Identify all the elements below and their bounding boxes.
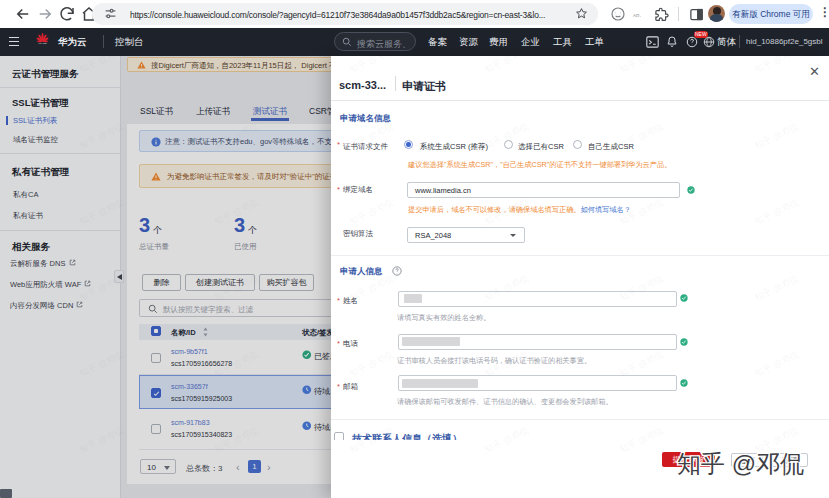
svg-text:HUAWEI: HUAWEI	[38, 42, 47, 44]
